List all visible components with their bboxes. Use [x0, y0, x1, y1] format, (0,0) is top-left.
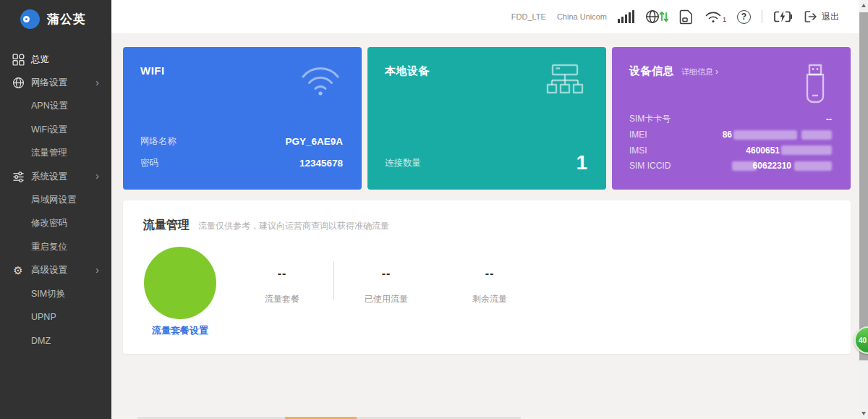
sidebar-item-advanced-settings[interactable]: ⚙ 高级设置 › — [0, 259, 111, 282]
sidebar-item-label: SIM切换 — [31, 288, 65, 300]
logout-label: 退出 — [822, 11, 839, 23]
local-devices-card[interactable]: 本地设备 连接数量 1 — [367, 47, 606, 190]
vertical-scrollbar[interactable] — [859, 0, 868, 419]
traffic-usage-circle-chart — [144, 247, 216, 319]
connection-count-value: 1 — [576, 151, 587, 174]
internet-traffic-icon — [645, 9, 668, 25]
sidebar-item-reboot-reset[interactable]: 重启复位 — [0, 235, 111, 258]
sidebar-item-lan-settings[interactable]: 局域网设置 — [0, 188, 111, 211]
traffic-plan-stat: -- 流量套餐 — [235, 267, 329, 305]
sidebar-item-label: 总览 — [31, 54, 49, 66]
device-info-card[interactable]: 设备信息 详细信息› SIM卡卡号 -- IMEI — [612, 47, 851, 190]
sidebar-item-label: 修改密码 — [31, 217, 67, 229]
password-value: 12345678 — [299, 158, 343, 169]
top-status-bar: FDD_LTE China Unicom 1 ? — [111, 0, 859, 33]
imei-row: IMEI 86 — [629, 127, 832, 143]
sim-number-row: SIM卡卡号 -- — [629, 111, 832, 127]
wifi-card[interactable]: WIFI 网络名称 PGY_6AE9A 密码 12345678 — [123, 47, 362, 190]
traffic-plan-settings-link[interactable]: 流量套餐设置 — [137, 324, 224, 337]
bottom-edge-strip — [111, 416, 859, 419]
iccid-value: 60622310 — [732, 161, 832, 171]
network-topology-icon — [542, 63, 587, 99]
sidebar-item-label: 高级设置 — [31, 264, 67, 276]
used-traffic-value: -- — [339, 267, 433, 280]
iccid-privacy-mask — [732, 161, 757, 171]
device-info-detail-link[interactable]: 详细信息› — [681, 67, 718, 77]
sidebar-item-network-settings[interactable]: 网络设置 › — [0, 71, 111, 94]
wifi-clients-icon: 1 — [705, 9, 726, 24]
globe-icon — [12, 77, 25, 90]
brand-logo-icon — [20, 9, 40, 29]
wifi-client-count: 1 — [723, 16, 726, 23]
connection-count-label: 连接数量 — [385, 157, 421, 169]
sidebar-item-sim-switch[interactable]: SIM切换 — [0, 282, 111, 305]
carrier-label: China Unicom — [557, 12, 607, 21]
logout-icon — [804, 10, 817, 23]
remaining-traffic-value: -- — [443, 267, 537, 280]
ssid-value: PGY_6AE9A — [285, 136, 343, 147]
password-label: 密码 — [140, 157, 158, 169]
chevron-right-icon: › — [95, 76, 99, 88]
sidebar-item-label: 网络设置 — [31, 77, 67, 89]
sidebar-item-apn-settings[interactable]: APN设置 — [0, 95, 111, 118]
chevron-right-icon: › — [95, 169, 99, 182]
sidebar-item-upnp[interactable]: UPNP — [0, 305, 111, 329]
floating-badge-text: 40 — [859, 337, 867, 344]
brand-logo: 蒲公英 — [0, 0, 111, 29]
wifi-big-icon — [298, 63, 343, 97]
sidebar-item-label: WiFi设置 — [31, 124, 67, 136]
local-devices-title: 本地设备 — [385, 64, 430, 78]
main-content: WIFI 网络名称 PGY_6AE9A 密码 12345678 — [111, 33, 859, 419]
scroll-up-arrow-icon — [861, 4, 866, 7]
imsi-value: 4600651 — [746, 145, 832, 156]
sidebar-item-wifi-settings[interactable]: WiFi设置 — [0, 118, 111, 141]
summary-cards: WIFI 网络名称 PGY_6AE9A 密码 12345678 — [123, 47, 851, 190]
sidebar-item-label: 重启复位 — [31, 241, 67, 253]
iccid-label: SIM ICCID — [629, 161, 671, 171]
header-divider — [762, 10, 762, 23]
traffic-plan-value: -- — [235, 267, 329, 280]
wifi-password-row: 密码 12345678 — [140, 152, 343, 174]
iccid-privacy-mask — [794, 161, 832, 171]
sidebar-item-change-password[interactable]: 修改密码 — [0, 212, 111, 235]
sidebar-item-dmz[interactable]: DMZ — [0, 329, 111, 352]
wifi-ssid-row: 网络名称 PGY_6AE9A — [140, 130, 343, 152]
remaining-traffic-stat: -- 剩余流量 — [443, 267, 537, 305]
gear-icon: ⚙ — [12, 264, 25, 277]
imsi-visible-digits: 4600651 — [746, 145, 780, 156]
battery-charging-icon — [773, 10, 793, 23]
imsi-label: IMSI — [629, 145, 647, 156]
used-traffic-stat: -- 已使用流量 — [339, 267, 433, 305]
sliders-icon — [12, 170, 25, 183]
ssid-label: 网络名称 — [140, 135, 176, 148]
logout-button[interactable]: 退出 — [804, 10, 839, 23]
signal-strength-icon — [618, 10, 634, 23]
sidebar-item-label: 局域网设置 — [31, 194, 77, 206]
scrollbar-up-button[interactable] — [859, 0, 868, 11]
sidebar-menu: 总览 网络设置 › APN设置 WiFi设置 流量管理 — [0, 48, 111, 352]
network-type-label: FDD_LTE — [511, 12, 546, 21]
sidebar-item-traffic-management[interactable]: 流量管理 — [0, 142, 111, 165]
help-icon[interactable]: ? — [737, 10, 751, 24]
sidebar-item-label: UPNP — [31, 312, 56, 322]
used-traffic-label: 已使用流量 — [339, 293, 433, 305]
imei-label: IMEI — [629, 130, 647, 140]
remaining-traffic-label: 剩余流量 — [443, 293, 537, 305]
scrollbar-down-button[interactable] — [859, 408, 868, 419]
sidebar-item-label: 系统设置 — [31, 171, 67, 183]
scroll-down-arrow-icon — [861, 412, 866, 415]
traffic-panel-subtitle: 流量仅供参考，建议向运营商查询以获得准确流量 — [198, 220, 389, 232]
sim-number-value: -- — [826, 114, 832, 124]
traffic-management-panel: 流量管理 流量仅供参考，建议向运营商查询以获得准确流量 流量套餐设置 -- 流量… — [123, 200, 851, 354]
sim-card-icon — [679, 9, 694, 25]
imsi-row: IMSI 4600651 — [629, 143, 832, 158]
connection-count-row: 连接数量 1 — [385, 152, 587, 174]
imei-value: 86 — [723, 130, 832, 140]
chevron-right-icon: › — [715, 67, 718, 77]
iccid-row: SIM ICCID 60622310 — [629, 158, 832, 174]
scrollbar-thumb[interactable] — [859, 12, 868, 360]
sidebar-item-overview[interactable]: 总览 — [0, 48, 111, 71]
sidebar-item-system-settings[interactable]: 系统设置 › — [0, 165, 111, 188]
dashboard-icon — [12, 53, 25, 66]
sidebar: 蒲公英 总览 网络设置 › APN设置 — [0, 0, 111, 419]
